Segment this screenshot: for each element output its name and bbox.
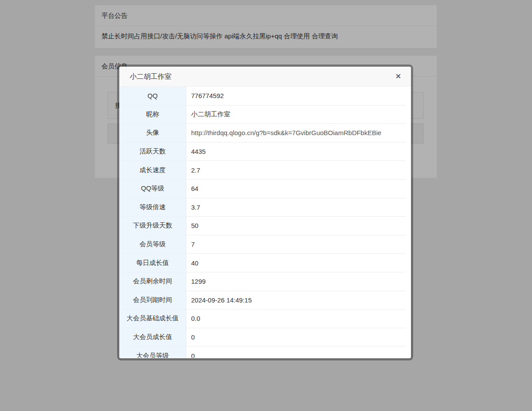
table-row: QQ等级 64	[119, 180, 406, 198]
table-row: 成长速度 2.7	[119, 161, 406, 180]
member-info-modal: 小二胡工作室 ✕ QQ 776774592 昵称 小二胡工作室 头像 http:…	[119, 67, 411, 358]
modal-title: 小二胡工作室	[119, 67, 411, 87]
row-value: 0	[186, 346, 406, 358]
row-label: 会员到期时间	[119, 291, 186, 310]
table-row: 会员到期时间 2024-09-26 14:49:15	[119, 291, 406, 310]
row-value: http://thirdqq.qlogo.cn/g?b=sdk&k=7Gvibr…	[186, 124, 406, 143]
row-label: 头像	[119, 124, 186, 143]
table-row: QQ 776774592	[119, 87, 406, 105]
table-row: 会员剩余时间 1299	[119, 272, 406, 291]
table-row: 每日成长值 40	[119, 254, 406, 272]
row-value: 2.7	[186, 161, 406, 180]
row-value: 776774592	[186, 87, 406, 105]
row-label: QQ	[119, 87, 186, 105]
row-value: 小二胡工作室	[186, 105, 406, 124]
table-row: 下级升级天数 50	[119, 217, 406, 235]
row-value: 0	[186, 328, 406, 347]
row-label: QQ等级	[119, 180, 186, 198]
row-label: 昵称	[119, 105, 186, 124]
table-row: 大会员等级 0	[119, 346, 406, 358]
row-label: 会员剩余时间	[119, 272, 186, 291]
row-value: 7	[186, 235, 406, 254]
modal-titlebar: 小二胡工作室 ✕	[119, 67, 411, 87]
row-label: 会员等级	[119, 235, 186, 254]
row-label: 下级升级天数	[119, 217, 186, 235]
row-value: 4435	[186, 143, 406, 161]
row-value: 0.0	[186, 309, 406, 328]
row-value: 2024-09-26 14:49:15	[186, 291, 406, 310]
row-label: 每日成长值	[119, 254, 186, 272]
table-row: 昵称 小二胡工作室	[119, 105, 406, 124]
row-value: 3.7	[186, 198, 406, 217]
table-row: 等级倍速 3.7	[119, 198, 406, 217]
row-label: 大会员等级	[119, 346, 186, 358]
table-row: 头像 http://thirdqq.qlogo.cn/g?b=sdk&k=7Gv…	[119, 124, 406, 143]
close-icon[interactable]: ✕	[392, 67, 405, 87]
row-label: 活跃天数	[119, 143, 186, 161]
table-row: 大会员成长值 0	[119, 328, 406, 347]
row-label: 大会员基础成长值	[119, 309, 186, 328]
table-row: 大会员基础成长值 0.0	[119, 309, 406, 328]
table-row: 活跃天数 4435	[119, 143, 406, 161]
modal-content: QQ 776774592 昵称 小二胡工作室 头像 http://thirdqq…	[119, 87, 411, 358]
row-value: 1299	[186, 272, 406, 291]
row-label: 大会员成长值	[119, 328, 186, 347]
row-label: 等级倍速	[119, 198, 186, 217]
row-value: 40	[186, 254, 406, 272]
row-label: 成长速度	[119, 161, 186, 180]
member-info-table: QQ 776774592 昵称 小二胡工作室 头像 http://thirdqq…	[119, 87, 406, 358]
row-value: 64	[186, 180, 406, 198]
table-row: 会员等级 7	[119, 235, 406, 254]
row-value: 50	[186, 217, 406, 235]
